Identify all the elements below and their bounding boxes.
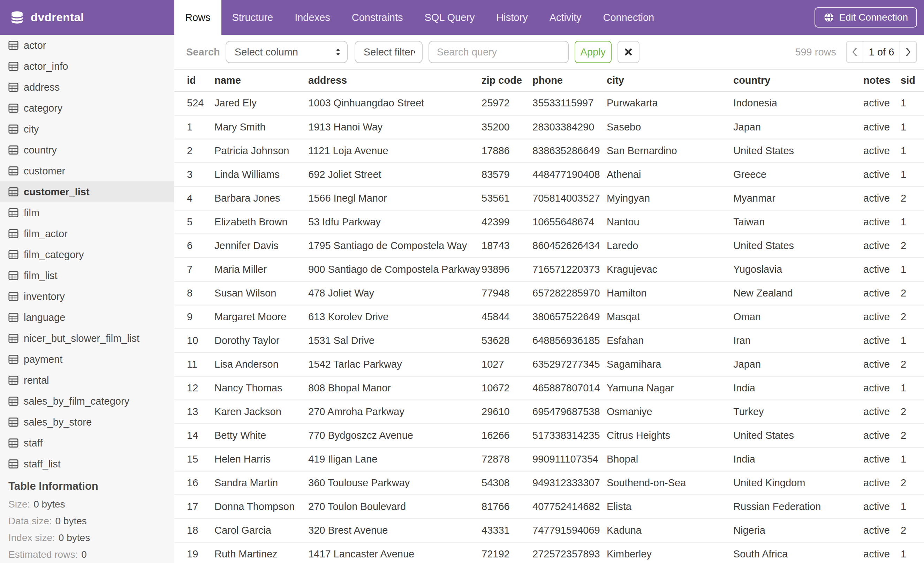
cell-country: Yugoslavia bbox=[733, 257, 863, 281]
cell-name: Margaret Moore bbox=[214, 305, 308, 329]
tab-indexes[interactable]: Indexes bbox=[284, 0, 341, 35]
cell-address: 808 Bhopal Manor bbox=[308, 376, 482, 400]
cell-zip-code: 53628 bbox=[482, 329, 532, 352]
cell-country: United States bbox=[733, 139, 863, 162]
sidebar-item-language[interactable]: language bbox=[0, 307, 174, 328]
sidebar-item-payment[interactable]: payment bbox=[0, 349, 174, 370]
sidebar-item-nicer-but-slower-film-list[interactable]: nicer_but_slower_film_list bbox=[0, 328, 174, 349]
pagination: 1 of 6 bbox=[846, 41, 917, 63]
next-page-button[interactable] bbox=[900, 42, 916, 62]
table-row[interactable]: 9Margaret Moore613 Korolev Drive45844380… bbox=[174, 305, 924, 329]
cell-name: Jared Ely bbox=[214, 92, 308, 115]
column-header-phone[interactable]: phone bbox=[532, 70, 607, 92]
sidebar-item-address[interactable]: address bbox=[0, 77, 174, 98]
column-header-name[interactable]: name bbox=[214, 70, 308, 92]
column-header-city[interactable]: city bbox=[607, 70, 733, 92]
cell-name: Barbara Jones bbox=[214, 186, 308, 210]
sidebar-item-customer-list[interactable]: customer_list bbox=[0, 182, 174, 202]
table-row[interactable]: 2Patricia Johnson1121 Loja Avenue1788683… bbox=[174, 139, 924, 162]
table-row[interactable]: 15Helen Harris419 Iligan Lane72878990911… bbox=[174, 447, 924, 471]
sidebar-item-staff[interactable]: staff bbox=[0, 432, 174, 453]
table-row[interactable]: 524Jared Ely1003 Qinhuangdao Street25972… bbox=[174, 92, 924, 115]
column-select[interactable]: Select column bbox=[226, 41, 348, 63]
cell-phone: 517338314235 bbox=[532, 423, 607, 447]
column-header-country[interactable]: country bbox=[733, 70, 863, 92]
table-row[interactable]: 6Jennifer Davis1795 Santiago de Composte… bbox=[174, 234, 924, 257]
sidebar-item-city[interactable]: city bbox=[0, 119, 174, 140]
search-query-input[interactable] bbox=[429, 41, 569, 63]
sidebar-item-film-actor[interactable]: film_actor bbox=[0, 223, 174, 244]
table-icon bbox=[8, 334, 18, 343]
cell-zip-code: 43331 bbox=[482, 518, 532, 542]
cell-notes: active bbox=[863, 162, 901, 186]
column-header-id[interactable]: id bbox=[174, 70, 214, 92]
sidebar-item-label: country bbox=[24, 144, 57, 156]
sidebar-item-film-category[interactable]: film_category bbox=[0, 244, 174, 265]
cell-address: 770 Bydgoszcz Avenue bbox=[308, 423, 482, 447]
sidebar-item-category[interactable]: category bbox=[0, 98, 174, 119]
table-icon bbox=[8, 459, 18, 468]
cell-sid: 2 bbox=[901, 234, 924, 257]
sidebar-item-film[interactable]: film bbox=[0, 202, 174, 223]
edit-connection-button[interactable]: Edit Connection bbox=[814, 8, 917, 27]
cell-zip-code: 72878 bbox=[482, 447, 532, 471]
sidebar-item-staff-list[interactable]: staff_list bbox=[0, 453, 174, 474]
table-row[interactable]: 18Carol Garcia320 Brest Avenue4333174779… bbox=[174, 518, 924, 542]
table-row[interactable]: 4Barbara Jones1566 Inegl Manor5356170581… bbox=[174, 186, 924, 210]
prev-page-button[interactable] bbox=[847, 42, 863, 62]
cell-zip-code: 18743 bbox=[482, 234, 532, 257]
cell-country: South Africa bbox=[733, 542, 863, 563]
table-row[interactable]: 14Betty White770 Bydgoszcz Avenue1626651… bbox=[174, 423, 924, 447]
apply-button[interactable]: Apply bbox=[574, 41, 612, 63]
sidebar-item-sales-by-film-category[interactable]: sales_by_film_category bbox=[0, 391, 174, 411]
sidebar-item-country[interactable]: country bbox=[0, 140, 174, 161]
table-row[interactable]: 16Sandra Martin360 Toulouse Parkway54308… bbox=[174, 471, 924, 495]
table-row[interactable]: 12Nancy Thomas808 Bhopal Manor1067246588… bbox=[174, 376, 924, 400]
table-row[interactable]: 17Donna Thompson270 Toulon Boulevard8176… bbox=[174, 495, 924, 518]
sidebar-item-film-list[interactable]: film_list bbox=[0, 265, 174, 286]
cell-id: 7 bbox=[174, 257, 214, 281]
sidebar-item-label: film bbox=[24, 207, 39, 219]
sidebar-item-inventory[interactable]: inventory bbox=[0, 286, 174, 307]
sidebar-item-actor-info[interactable]: actor_info bbox=[0, 56, 174, 77]
filter-select[interactable]: Select filter bbox=[355, 41, 423, 63]
sidebar-item-label: city bbox=[24, 123, 39, 135]
cell-city: Sagamihara bbox=[607, 352, 733, 376]
cell-city: Nantou bbox=[607, 210, 733, 234]
tab-constraints[interactable]: Constraints bbox=[341, 0, 414, 35]
table-row[interactable]: 5Elizabeth Brown53 Idfu Parkway423991065… bbox=[174, 210, 924, 234]
filter-select-value: Select filter bbox=[364, 47, 414, 58]
table-row[interactable]: 10Dorothy Taylor1531 Sal Drive5362864885… bbox=[174, 329, 924, 352]
sidebar-item-actor[interactable]: actor bbox=[0, 35, 174, 56]
tab-connection[interactable]: Connection bbox=[592, 0, 665, 35]
table-row[interactable]: 7Maria Miller900 Santiago de Compostela … bbox=[174, 257, 924, 281]
cell-zip-code: 35200 bbox=[482, 115, 532, 139]
sidebar-item-customer[interactable]: customer bbox=[0, 161, 174, 182]
column-header-sid[interactable]: sid bbox=[901, 70, 924, 92]
cell-notes: active bbox=[863, 329, 901, 352]
table-row[interactable]: 19Ruth Martinez1417 Lancaster Avenue7219… bbox=[174, 542, 924, 563]
column-select-value: Select column bbox=[235, 47, 298, 58]
tab-history[interactable]: History bbox=[485, 0, 538, 35]
column-header-zip-code[interactable]: zip code bbox=[482, 70, 532, 92]
tab-rows[interactable]: Rows bbox=[174, 0, 221, 35]
table-row[interactable]: 13Karen Jackson270 Amroha Parkway2961069… bbox=[174, 400, 924, 423]
table-row[interactable]: 11Lisa Anderson1542 Tarlac Parkway102763… bbox=[174, 352, 924, 376]
sidebar-item-rental[interactable]: rental bbox=[0, 370, 174, 391]
sidebar-item-sales-by-store[interactable]: sales_by_store bbox=[0, 411, 174, 432]
tab-activity[interactable]: Activity bbox=[539, 0, 592, 35]
clear-search-button[interactable] bbox=[618, 41, 639, 63]
column-header-notes[interactable]: notes bbox=[863, 70, 901, 92]
cell-zip-code: 54308 bbox=[482, 471, 532, 495]
tab-sql-query[interactable]: SQL Query bbox=[414, 0, 485, 35]
tab-structure[interactable]: Structure bbox=[221, 0, 284, 35]
table-row[interactable]: 1Mary Smith1913 Hanoi Way352002830338429… bbox=[174, 115, 924, 139]
cell-address: 1531 Sal Drive bbox=[308, 329, 482, 352]
cell-phone: 838635286649 bbox=[532, 139, 607, 162]
globe-icon bbox=[824, 12, 834, 23]
cell-id: 19 bbox=[174, 542, 214, 563]
column-header-address[interactable]: address bbox=[308, 70, 482, 92]
table-row[interactable]: 3Linda Williams692 Joliet Street83579448… bbox=[174, 162, 924, 186]
table-info-value: 0 bbox=[81, 549, 87, 560]
table-row[interactable]: 8Susan Wilson478 Joliet Way7794865728228… bbox=[174, 281, 924, 305]
